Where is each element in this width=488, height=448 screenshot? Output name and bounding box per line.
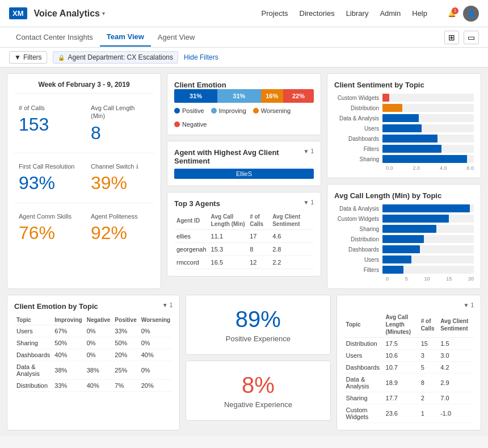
user-avatar[interactable]: 👤 (463, 6, 479, 22)
bar-row: Users (334, 256, 474, 263)
client-sentiment-topic-card: Client Sentiment by Topic Custom Widgets… (327, 73, 481, 178)
bar-label: Dashboards (334, 136, 382, 142)
client-emotion-topic-card: Client Emotion by Topic ▼1 Topic Improvi… (7, 295, 180, 430)
nav-help[interactable]: Help (412, 9, 427, 18)
logo-box: XM (9, 7, 27, 19)
avg-call-bar-chart: Data & Analysis Custom Widgets Sharing D… (334, 204, 474, 274)
metric-channel-switch: Channel Switch ℹ 39% (86, 158, 154, 198)
bar-track (382, 155, 474, 163)
bar-track (382, 215, 474, 223)
rt-col-sentiment: Avg Client Sentiment (438, 312, 474, 338)
table-row: Data & Analysis38%38%25%0% (14, 361, 173, 380)
table-row: Users10.633.0 (344, 350, 474, 362)
expand-button[interactable]: ⊞ (444, 31, 459, 44)
bar-row: Custom Widgets (334, 94, 474, 102)
bar-label: Custom Widgets (334, 216, 382, 222)
rt-col-avg-call: Avg Call Length (Minutes) (384, 312, 419, 338)
metric-comm-label: Agent Comm Skills (19, 212, 77, 220)
bottom-row: Client Emotion by Topic ▼1 Topic Improvi… (7, 295, 481, 430)
col-sentiment: Avg Client Sentiment (270, 211, 314, 230)
client-emotion-card: Client Emotion 31%31%16%22% PositiveImpr… (167, 73, 321, 135)
bar-label: Data & Analysis (334, 115, 382, 122)
table-row: Dashboards10.754.2 (344, 362, 474, 374)
table-row: Users67%0%33%0% (14, 325, 173, 337)
filters-label: Filters (23, 53, 42, 61)
subnav-actions: ⊞ ▭ (444, 31, 479, 44)
rt-col-calls: # of Calls (419, 312, 438, 338)
bar-track (382, 104, 474, 112)
filters-dropdown[interactable]: ▼ Filters (9, 51, 47, 64)
avg-call-topic-title: Avg Call Length (Min) by Topic (334, 191, 474, 200)
agents-table: Agent ID Avg Call Length (Min) # of Call… (174, 211, 314, 269)
metric-comm-value: 76% (19, 223, 77, 244)
bar-track (382, 256, 474, 263)
sentiment-axis: 0.02.04.06.0 (334, 165, 474, 171)
top3-title: Top 3 Agents (174, 199, 220, 208)
top-grid: Week of February 3 - 9, 2019 # of Calls … (7, 73, 481, 289)
nav-library[interactable]: Library (346, 9, 369, 18)
bar-track (382, 266, 474, 274)
table-row: Dashboards40%0%20%40% (14, 349, 173, 361)
bar-fill (382, 104, 402, 112)
metric-avg-call-label: Avg Call Length (Min) (91, 104, 149, 120)
metric-calls: # of Calls 153 (14, 99, 82, 148)
nav-directories[interactable]: Directories (300, 9, 335, 18)
bar-row: Users (334, 124, 474, 132)
metric-channel-switch-value: 39% (91, 173, 149, 194)
settings-button[interactable]: ▭ (464, 31, 479, 44)
bar-row: Distribution (334, 104, 474, 112)
sentiment-bar-chart: Custom Widgets Distribution Data & Analy… (334, 94, 474, 163)
main-content: Week of February 3 - 9, 2019 # of Calls … (0, 68, 488, 436)
bar-fill (382, 135, 437, 143)
bar-track (382, 204, 474, 212)
metric-politeness: Agent Politeness 92% (86, 208, 154, 248)
col-avg-call: Avg Call Length (Min) (209, 211, 248, 230)
table-row: Custom Widgets23.61-1.0 (344, 404, 474, 423)
bar-label: Custom Widgets (334, 95, 382, 101)
metric-avg-call-value: 8 (91, 123, 149, 144)
table-row: Sharing17.727.0 (344, 392, 474, 404)
right-bottom-table-card: ▼1 Topic Avg Call Length (Minutes) # of … (336, 295, 481, 430)
emotion-topic-filter: ▼1 (162, 302, 173, 308)
negative-experience-card: 8% Negative Experience (186, 361, 330, 421)
positive-experience-card: 89% Positive Experience (186, 295, 330, 355)
subnav-contact-center[interactable]: Contact Center Insights (9, 28, 100, 46)
subnav-team-view[interactable]: Team View (100, 28, 151, 47)
title-dropdown-icon[interactable]: ▾ (102, 10, 105, 16)
subnav-agent-view[interactable]: Agent View (151, 28, 202, 46)
bar-fill (382, 245, 420, 253)
bar-row: Dashboards (334, 135, 474, 143)
metric-politeness-value: 92% (91, 223, 149, 244)
logo: XM (9, 7, 27, 19)
app-title: Voice Analytics (34, 9, 100, 19)
emotion-bar: 31%31%16%22% (174, 89, 314, 103)
emotion-segment: 31% (174, 89, 217, 103)
header-icons: 🔔 1 👤 (448, 6, 479, 22)
metric-avg-call: Avg Call Length (Min) 8 (86, 99, 154, 148)
subnav: Contact Center Insights Team View Agent … (0, 27, 488, 48)
bar-row: Sharing (334, 225, 474, 233)
notification-icon[interactable]: 🔔 1 (448, 10, 456, 18)
metric-grid: # of Calls 153 Avg Call Length (Min) 8 F… (14, 99, 154, 248)
bar-row: Sharing (334, 155, 474, 163)
metric-calls-label: # of Calls (19, 104, 77, 112)
emotion-legend: PositiveImprovingWorseningNegative (174, 107, 314, 128)
client-emotion-title: Client Emotion (174, 81, 314, 89)
bar-row: Filters (334, 145, 474, 153)
emotion-topic-title: Client Emotion by Topic (14, 302, 98, 311)
bar-fill (382, 145, 441, 153)
nav-projects[interactable]: Projects (262, 9, 288, 18)
nav-admin[interactable]: Admin (380, 9, 401, 18)
bar-label: Filters (334, 267, 382, 273)
col-topic: Topic (14, 315, 52, 325)
middle-column: Client Emotion 31%31%16%22% PositiveImpr… (167, 73, 321, 289)
metric-comm-skills: Agent Comm Skills 76% (14, 208, 82, 248)
hide-filters-link[interactable]: Hide Filters (184, 53, 218, 61)
agent-highest-sentiment-card: Agent with Highest Avg Client Sentiment … (167, 141, 321, 186)
bar-track (382, 245, 474, 253)
bar-label: Users (334, 257, 382, 263)
table-row: ellies11.1174.6 (174, 230, 314, 243)
positive-value: 89% (197, 307, 318, 332)
emotion-segment: 16% (261, 89, 283, 103)
bar-fill (382, 225, 436, 233)
